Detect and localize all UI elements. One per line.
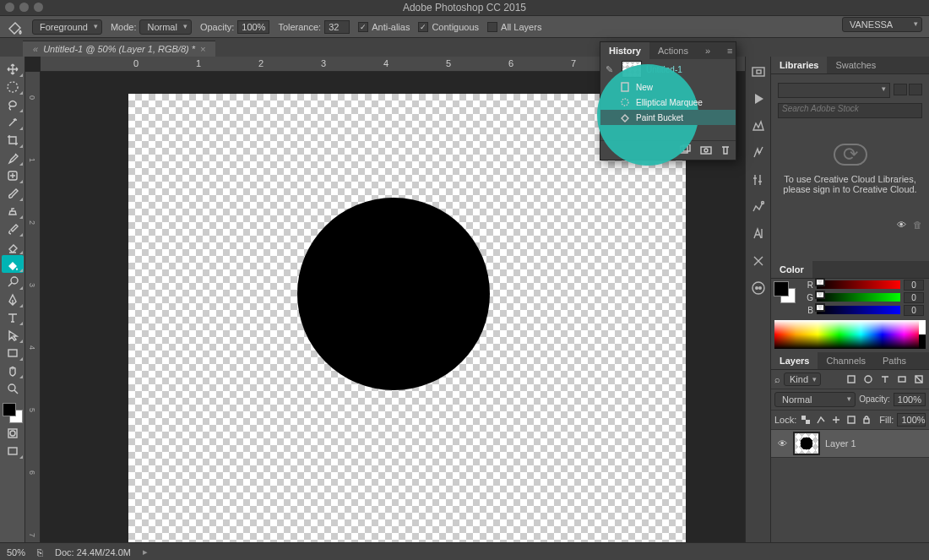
export-icon[interactable]: ⎘ [37,547,43,557]
eyedropper-tool[interactable] [2,149,24,166]
delete-state-icon[interactable] [720,144,731,156]
zoom-tool[interactable] [2,379,24,397]
screen-mode-toggle[interactable] [2,442,24,459]
layer-blend-dropdown[interactable]: Normal [774,392,856,407]
home-icon[interactable]: « [33,44,38,54]
layer-visibility-icon[interactable]: 👁 [776,438,788,449]
filter-shape-icon[interactable] [895,372,909,386]
opacity-field[interactable]: 100% [237,20,269,34]
dodge-tool[interactable] [2,273,24,291]
lib-view-list-icon[interactable] [909,84,922,95]
dock-character-icon[interactable] [750,226,767,242]
red-value[interactable]: 0 [904,280,924,291]
document-tab[interactable]: « Untitled-1 @ 50% (Layer 1, RGB/8) * × [23,41,215,57]
filter-adjust-icon[interactable] [861,372,875,386]
tab-paths[interactable]: Paths [874,352,915,369]
quick-mask-toggle[interactable] [2,424,24,442]
color-swatches[interactable] [2,402,24,424]
panel-menu-icon[interactable]: ≡ [719,42,741,59]
healing-brush-tool[interactable] [2,166,24,184]
dock-brushes-icon[interactable] [750,253,767,269]
layer-fill-field[interactable]: 100% [897,413,926,427]
history-step-paint-bucket[interactable]: Paint Bucket [600,110,736,125]
filter-pixel-icon[interactable] [845,372,858,386]
hand-tool[interactable] [2,362,24,379]
tab-color[interactable]: Color [771,261,812,278]
dock-styles-icon[interactable] [750,198,767,215]
clone-stamp-tool[interactable] [2,202,24,220]
lib-view-grid-icon[interactable] [894,84,907,95]
tab-libraries[interactable]: Libraries [771,57,827,73]
tab-swatches[interactable]: Swatches [827,57,884,73]
type-tool[interactable] [2,308,24,326]
fill-source-dropdown[interactable]: Foreground [32,19,102,35]
lib-sync-icon[interactable]: 👁 [897,220,906,230]
red-slider[interactable] [817,280,900,289]
zoom-level[interactable]: 50% [7,547,25,557]
window-zoom-button[interactable] [34,3,43,12]
tab-actions[interactable]: Actions [649,42,697,59]
history-panel[interactable]: History Actions » ≡ ✎ Untitled-1 New Ell… [600,41,736,160]
blend-mode-dropdown[interactable]: Normal [139,19,191,35]
eraser-tool[interactable] [2,237,24,255]
layer-kind-dropdown[interactable]: Kind [784,372,821,386]
library-dropdown[interactable] [778,83,890,98]
collapse-panel-icon[interactable]: » [697,42,719,59]
dock-adjustments-icon[interactable] [750,171,767,188]
layer-row[interactable]: 👁 Layer 1 [771,430,929,458]
color-panel-swatches[interactable] [771,279,798,317]
layer-filter-search-icon[interactable]: ⌕ [774,374,780,384]
marquee-tool[interactable] [2,78,24,95]
window-minimize-button[interactable] [19,3,29,12]
green-slider[interactable] [817,293,900,302]
tab-history[interactable]: History [600,42,649,59]
dock-histogram-icon[interactable] [750,117,767,134]
close-tab-icon[interactable]: × [200,44,205,54]
pen-tool[interactable] [2,291,24,308]
history-brush-tool[interactable] [2,220,24,237]
blue-value[interactable]: 0 [904,305,924,316]
filter-type-icon[interactable] [878,372,892,386]
color-spectrum[interactable] [774,320,926,349]
magic-wand-tool[interactable] [2,113,24,131]
lock-position-icon[interactable] [830,413,842,427]
blue-slider[interactable] [817,306,900,314]
lock-artboard-icon[interactable] [845,413,857,427]
layer-name[interactable]: Layer 1 [825,438,856,449]
all-layers-checkbox[interactable] [487,22,497,32]
layer-opacity-field[interactable]: 100% [894,393,926,406]
paint-bucket-tool[interactable] [2,255,24,273]
path-selection-tool[interactable] [2,326,24,344]
antialias-checkbox[interactable] [358,22,368,32]
layer-thumbnail[interactable] [795,433,818,454]
tolerance-field[interactable]: 32 [324,20,350,34]
document-canvas[interactable] [128,94,686,542]
library-search-field[interactable]: Search Adobe Stock [778,103,922,118]
history-step-marquee[interactable]: Elliptical Marquee [600,95,736,110]
dock-cc-icon[interactable] [750,280,767,296]
filter-smart-icon[interactable] [912,372,926,386]
lock-all-icon[interactable] [861,413,872,427]
window-close-button[interactable] [5,3,14,12]
lock-transparency-icon[interactable] [800,413,812,427]
dock-info-icon[interactable] [750,144,767,161]
green-value[interactable]: 0 [904,292,924,303]
brush-tool[interactable] [2,184,24,202]
dock-play-icon[interactable] [750,90,767,107]
new-snapshot-icon[interactable] [700,144,712,156]
history-brush-source-icon[interactable]: ✎ [606,64,617,75]
move-tool[interactable] [2,60,24,78]
lib-delete-icon[interactable]: 🗑 [913,220,922,230]
tab-channels[interactable]: Channels [818,352,873,369]
shape-tool[interactable] [2,344,24,362]
lasso-tool[interactable] [2,95,24,113]
ellipse-marquee-icon [619,96,631,108]
contiguous-checkbox[interactable] [418,22,428,32]
tab-layers[interactable]: Layers [771,352,818,369]
doc-size[interactable]: Doc: 24.4M/24.0M [55,547,131,557]
history-step-new[interactable]: New [600,79,736,95]
lock-pixels-icon[interactable] [815,413,827,427]
dock-navigator-icon[interactable] [750,63,767,80]
workspace-dropdown[interactable]: VANESSA [842,17,922,32]
crop-tool[interactable] [2,131,24,149]
